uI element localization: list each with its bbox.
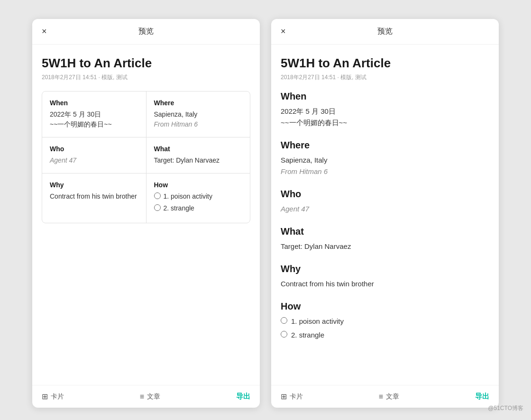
card-cell-how: How 1. poison activity 2. strangle	[146, 173, 250, 223]
how-item-2-text: 2. strangle	[164, 203, 194, 213]
card-grid: When 2022年 5 月 30日 ~~一个明媚的春日~~ Where Sap…	[42, 91, 250, 223]
how-circle-1	[154, 192, 161, 199]
right-card-icon: ⊞	[281, 392, 287, 401]
right-where-value1: Sapienza, Italy	[281, 155, 489, 166]
left-article-meta: 2018年2月27日 14:51 · 模版, 测试	[42, 73, 250, 82]
left-export-button[interactable]: 导出	[236, 392, 250, 401]
left-card-button[interactable]: ⊞ 卡片	[42, 392, 64, 401]
article-label: 文章	[147, 393, 160, 401]
right-why-value: Contract from his twin brother	[281, 278, 489, 290]
how-value: 1. poison activity 2. strangle	[154, 192, 243, 213]
when-label: When	[50, 99, 138, 107]
card-icon: ⊞	[42, 392, 48, 401]
card-row-when-where: When 2022年 5 月 30日 ~~一个明媚的春日~~ Where Sap…	[42, 91, 250, 137]
right-who-label: Who	[281, 189, 489, 200]
what-value: Target: Dylan Narvaez	[154, 155, 243, 165]
card-row-why-how: Why Contract from his twin brother How 1…	[42, 173, 250, 223]
right-article-button[interactable]: ≡ 文章	[379, 393, 399, 401]
right-how-item-1-text: 1. poison activity	[291, 316, 344, 327]
right-card-label: 卡片	[290, 393, 303, 401]
right-when-label: When	[281, 91, 489, 102]
right-how-circle-1	[281, 317, 287, 324]
right-when-value2: ~~一个明媚的春日~~	[281, 117, 489, 128]
card-label: 卡片	[51, 393, 64, 401]
right-how-section: How 1. poison activity 2. strangle	[281, 301, 489, 341]
left-article-title: 5W1H to An Article	[42, 56, 250, 71]
where-value2: From Hitman 6	[154, 119, 243, 129]
left-close-button[interactable]: ×	[42, 27, 47, 37]
left-content: 5W1H to An Article 2018年2月27日 14:51 · 模版…	[32, 45, 260, 385]
left-article-button[interactable]: ≡ 文章	[140, 393, 160, 401]
what-label: What	[154, 145, 243, 153]
right-content: 5W1H to An Article 2018年2月27日 14:51 · 模版…	[271, 45, 499, 385]
left-footer: ⊞ 卡片 ≡ 文章 导出	[32, 385, 260, 408]
who-value: Agent 47	[50, 155, 138, 165]
card-row-who-what: Who Agent 47 What Target: Dylan Narvaez	[42, 137, 250, 173]
right-close-button[interactable]: ×	[281, 27, 286, 37]
how-item-1: 1. poison activity	[154, 192, 243, 201]
right-who-section: Who Agent 47	[281, 189, 489, 215]
right-how-item-1: 1. poison activity	[281, 316, 489, 327]
right-export-button[interactable]: 导出	[475, 392, 489, 401]
right-how-item-2-text: 2. strangle	[291, 329, 324, 341]
article-icon: ≡	[140, 393, 144, 401]
right-what-value: Target: Dylan Narvaez	[281, 241, 489, 252]
right-when-section: When 2022年 5 月 30日 ~~一个明媚的春日~~	[281, 91, 489, 128]
watermark: @51CTO博客	[488, 404, 523, 412]
left-preview-panel: × 预览 5W1H to An Article 2018年2月27日 14:51…	[32, 19, 260, 408]
right-how-circle-2	[281, 331, 287, 338]
right-why-label: Why	[281, 264, 489, 274]
where-label: Where	[154, 99, 243, 107]
how-circle-2	[154, 204, 161, 211]
right-footer: ⊞ 卡片 ≡ 文章 导出	[271, 385, 499, 408]
right-card-button[interactable]: ⊞ 卡片	[281, 392, 303, 401]
right-where-value2: From Hitman 6	[281, 166, 489, 177]
right-article-title: 5W1H to An Article	[281, 56, 489, 71]
right-article-meta: 2018年2月27日 14:51 · 模版, 测试	[281, 73, 489, 82]
where-value1: Sapienza, Italy	[154, 110, 243, 119]
how-item-1-text: 1. poison activity	[164, 192, 213, 201]
right-where-label: Where	[281, 140, 489, 151]
right-where-section: Where Sapienza, Italy From Hitman 6	[281, 140, 489, 177]
right-what-label: What	[281, 226, 489, 237]
right-how-item-2: 2. strangle	[281, 329, 489, 341]
right-when-value1: 2022年 5 月 30日	[281, 106, 489, 117]
card-cell-when: When 2022年 5 月 30日 ~~一个明媚的春日~~	[42, 91, 146, 137]
how-item-2: 2. strangle	[154, 203, 243, 213]
right-why-section: Why Contract from his twin brother	[281, 264, 489, 290]
why-value: Contract from his twin brother	[50, 192, 138, 201]
right-how-value: 1. poison activity 2. strangle	[281, 316, 489, 341]
right-what-section: What Target: Dylan Narvaez	[281, 226, 489, 252]
left-header: × 预览	[32, 19, 260, 45]
right-who-value: Agent 47	[281, 203, 489, 215]
why-label: Why	[50, 181, 138, 189]
card-cell-who: Who Agent 47	[42, 137, 146, 173]
right-how-label: How	[281, 301, 489, 312]
left-header-title: 预览	[138, 27, 154, 37]
when-value1: 2022年 5 月 30日 ~~一个明媚的春日~~	[50, 110, 138, 129]
right-preview-panel: × 预览 5W1H to An Article 2018年2月27日 14:51…	[271, 19, 499, 408]
card-cell-what: What Target: Dylan Narvaez	[146, 137, 250, 173]
who-label: Who	[50, 145, 138, 153]
right-header-title: 预览	[377, 27, 393, 37]
right-header: × 预览	[271, 19, 499, 45]
how-label: How	[154, 181, 243, 189]
right-article-label: 文章	[386, 393, 399, 401]
card-cell-why: Why Contract from his twin brother	[42, 173, 146, 223]
right-article-icon: ≡	[379, 393, 383, 401]
card-cell-where: Where Sapienza, Italy From Hitman 6	[146, 91, 250, 137]
